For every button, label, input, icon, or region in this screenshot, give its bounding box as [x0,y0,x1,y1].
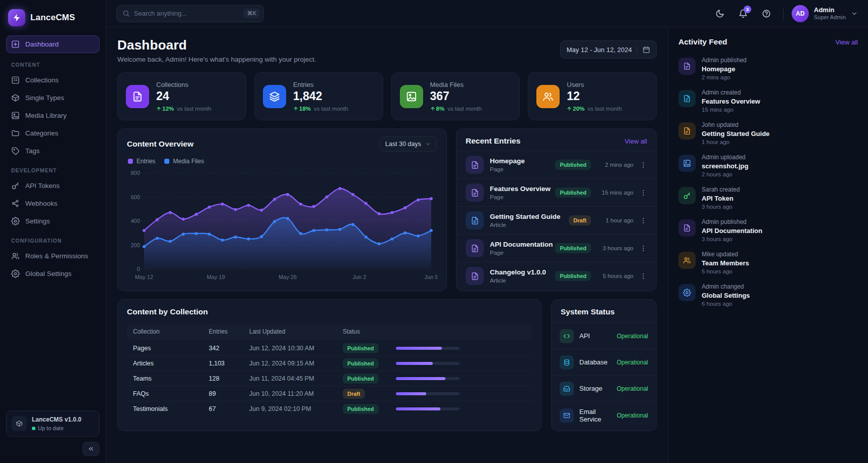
entry-row-features-overview[interactable]: Features OverviewPagePublished15 mins ag… [456,178,656,206]
feed-item-api-token: Sarah createdAPI Token3 hours ago [678,186,858,210]
layers-icon [263,85,286,108]
version-card[interactable]: LanceCMS v1.0.0 Up to date [6,410,100,437]
service-status: Operational [617,412,648,419]
date-range-value: May 12 - Jun 12, 2024 [567,46,632,54]
image-icon [11,111,20,120]
help-button[interactable] [758,5,775,22]
kebab-menu-icon[interactable] [639,245,647,252]
delta-up: 20% [567,106,584,112]
nav-section-development: DEVELOPMENT [6,160,100,177]
sidebar-item-tags[interactable]: Tags [6,142,100,160]
sidebar-item-label: Single Types [25,94,64,102]
feed-item-api-documentation: Admin publishedAPI Documentation3 hours … [678,218,858,242]
kebab-menu-icon[interactable] [639,272,647,280]
kebab-menu-icon[interactable] [639,161,647,169]
recent-entries-view-all-link[interactable]: View all [624,137,647,145]
progress-bar [396,377,460,380]
status-badge: Published [343,358,379,368]
activity-feed-view-all-link[interactable]: View all [835,38,858,46]
sidebar-item-label: Dashboard [25,40,59,48]
search-box[interactable]: ⌘K [116,5,264,22]
update-status: Up to date [32,425,81,431]
gear-icon [11,217,20,225]
sidebar-nav: Dashboard CONTENTCollectionsSingle Types… [6,35,100,405]
entry-row-api-documentation[interactable]: API DocumentationPagePublished3 hours ag… [456,234,656,262]
collections-icon [11,76,20,84]
feed-time: 6 hours ago [702,301,750,307]
entry-time: 15 mins ago [597,190,633,196]
tag-icon [11,147,20,155]
legend-swatch-media-files [164,159,169,164]
stat-label: Users [567,81,622,88]
topbar-divider [783,7,784,20]
feed-time: 2 mins ago [702,74,747,80]
date-range-picker[interactable]: May 12 - Jun 12, 2024 [560,40,657,59]
sidebar-item-global-settings[interactable]: Global Settings [6,265,100,283]
stats-row: Collections2412%vs last monthEntries1,84… [117,72,657,120]
key-icon [678,187,696,204]
svg-text:May 12: May 12 [135,274,153,280]
sidebar-item-roles-permissions[interactable]: Roles & Permissions [6,247,100,265]
legend-swatch-entries [128,159,133,164]
search-input[interactable] [134,10,240,17]
range-select[interactable]: Last 30 days [379,136,437,152]
status-badge: Published [343,374,379,384]
entry-row-getting-started-guide[interactable]: Getting Started GuideArticleDraft1 hour … [456,206,656,234]
cell-entries: 89 [209,390,249,397]
stat-delta: 12%vs last month [156,106,211,112]
entry-row-homepage[interactable]: HomepagePagePublished2 mins ago [456,151,656,178]
col-collection: Collection [133,328,209,335]
legend-media-files: Media Files [164,158,204,165]
service-status: Operational [617,385,648,392]
notification-count-badge: 3 [744,6,751,13]
cell-last-updated: Jun 12, 2024 10:30 AM [249,345,343,352]
sidebar-item-media-library[interactable]: Media Library [6,107,100,124]
stat-card-media-files: Media Files3678%vs last month [391,72,520,120]
user-menu[interactable]: AD Admin Super Admin [792,5,858,22]
service-name: Email Service [579,408,611,423]
kebab-menu-icon[interactable] [639,217,647,224]
user-role: Super Admin [814,14,846,21]
status-badge: Published [343,343,379,353]
feed-item-features-overview: Admin createdFeatures Overview15 mins ag… [678,89,858,113]
system-status-card: System Status APIOperationalDatabaseOper… [551,299,657,431]
notifications-button[interactable]: 3 [735,5,752,22]
service-name: API [579,332,611,340]
svg-text:Jun 9: Jun 9 [425,274,437,280]
svg-text:Jun 2: Jun 2 [353,274,367,280]
service-name: Storage [579,385,611,392]
delta-up: 18% [293,106,311,112]
sidebar-item-single-types[interactable]: Single Types [6,89,100,107]
kebab-menu-icon[interactable] [639,189,647,197]
stat-value: 12 [567,89,622,103]
sidebar: LanceCMS Dashboard CONTENTCollectionsSin… [0,0,106,463]
cell-collection: FAQs [133,390,209,397]
sidebar-item-dashboard[interactable]: Dashboard [6,35,100,53]
feed-target: Getting Started Guide [702,130,769,137]
main-content: Dashboard Welcome back, Admin! Here's wh… [106,27,668,463]
entry-row-changelog-v1-0-0[interactable]: Changelog v1.0.0ArticlePublished5 hours … [456,262,656,290]
sidebar-item-webhooks[interactable]: Webhooks [6,195,100,212]
feed-target: Global Settings [702,292,750,299]
stat-delta: 20%vs last month [567,106,622,112]
feed-item-homepage: Admin publishedHomepage2 mins ago [678,57,858,80]
nav-section-configuration: CONFIGURATION [6,230,100,247]
svg-text:800: 800 [131,170,140,176]
delta-up: 12% [156,106,174,112]
content-overview-title: Content Overview [127,140,194,149]
sidebar-item-settings[interactable]: Settings [6,212,100,230]
cell-entries: 67 [209,405,249,412]
sidebar-item-collections[interactable]: Collections [6,71,100,89]
theme-toggle-button[interactable] [711,5,728,22]
entry-title: Homepage [490,157,549,165]
users-icon [678,252,696,269]
search-shortcut: ⌘K [244,9,260,18]
topbar: ⌘K 3 AD Admin Super Admin [106,0,868,27]
nav-section-content: CONTENT [6,54,100,71]
sidebar-item-categories[interactable]: Categories [6,124,100,142]
sidebar-item-api-tokens[interactable]: API Tokens [6,177,100,195]
sidebar-collapse-button[interactable] [82,442,100,456]
col-entries: Entries [209,328,249,335]
app-logo: LanceCMS [6,7,100,35]
stat-delta: 18%vs last month [293,106,348,112]
